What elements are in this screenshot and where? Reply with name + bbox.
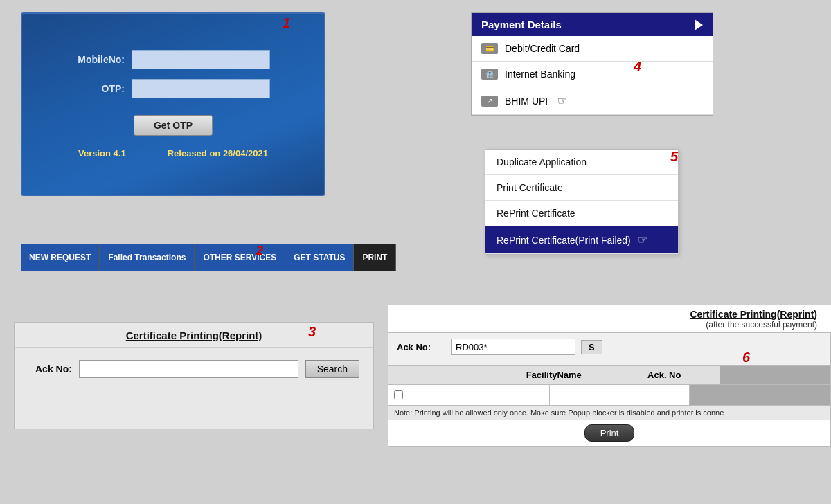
step-3-badge: 3 <box>308 324 316 340</box>
col-ack-no: Ack. No <box>609 366 720 384</box>
row-action <box>690 385 830 405</box>
payment-panel: Payment Details 💳 Debit/Credit Card 🏦 In… <box>471 12 713 116</box>
released-label: Released on 26/04/2021 <box>168 148 268 159</box>
cert-right-subtitle: (after the successful payment) <box>388 320 817 330</box>
payment-internet-banking[interactable]: 🏦 Internet Banking <box>472 62 713 87</box>
row-checkbox-input[interactable] <box>394 390 403 399</box>
mobile-input[interactable] <box>132 50 270 69</box>
internet-banking-icon: 🏦 <box>481 69 498 80</box>
cert-title: Certificate Printing(Reprint) <box>126 330 262 341</box>
dropdown-duplicate-app[interactable]: Duplicate Application <box>485 150 678 175</box>
cert-right-ack-label: Ack No: <box>397 342 445 352</box>
nav-bar: NEW REQUEST Failed Transactions OTHER SE… <box>21 244 325 271</box>
upi-icon: ↗ <box>481 96 498 107</box>
payment-debit-label: Debit/Credit Card <box>505 43 580 54</box>
cert-note: Note: Printing will be allowed only once… <box>388 406 831 420</box>
hand-cursor-icon: ☞ <box>557 94 567 107</box>
search-button[interactable]: Search <box>305 360 359 378</box>
step-2-badge: 2 <box>256 244 263 258</box>
nav-new-request[interactable]: NEW REQUEST <box>21 244 100 271</box>
login-panel: MobileNo: OTP: Get OTP Version 4.1 Relea… <box>21 12 325 196</box>
cert-right-title: Certificate Printing(Reprint) <box>388 309 817 320</box>
payment-bhim-label: BHIM UPI <box>505 96 548 107</box>
dropdown-menu: Duplicate Application Print Certificate … <box>485 149 679 255</box>
dropdown-print-cert[interactable]: Print Certificate <box>485 175 678 201</box>
col-action <box>720 366 831 384</box>
debit-card-icon: 💳 <box>481 43 498 54</box>
otp-label: OTP: <box>55 83 125 94</box>
step-5-badge: 5 <box>670 149 678 165</box>
nav-print[interactable]: PRINT <box>354 244 396 271</box>
otp-input[interactable] <box>132 79 270 98</box>
cert-right-panel: Certificate Printing(Reprint) (after the… <box>388 305 831 447</box>
version-label: Version 4.1 <box>78 148 126 159</box>
hand-cursor-icon-2: ☞ <box>638 234 647 246</box>
dropdown-reprint-cert-failed[interactable]: RePrint Certificate(Print Failed) ☞ <box>485 226 678 254</box>
cert-right-ack-input[interactable] <box>451 339 575 355</box>
row-facility <box>409 385 550 405</box>
nav-failed-transactions[interactable]: Failed Transactions <box>100 244 195 271</box>
mobile-label: MobileNo: <box>55 54 125 65</box>
payment-title: Payment Details <box>481 19 562 30</box>
nav-get-status[interactable]: GET STATUS <box>285 244 354 271</box>
dropdown-reprint-cert[interactable]: RePrint Certificate <box>485 201 678 226</box>
payment-debit-card[interactable]: 💳 Debit/Credit Card <box>472 36 713 62</box>
cert-reprint-panel: Certificate Printing(Reprint) Ack No: Se… <box>14 322 374 429</box>
col-facility-name: FacilityName <box>499 366 610 384</box>
table-row-1 <box>388 385 831 406</box>
cert-right-s-button[interactable]: S <box>581 340 602 354</box>
row-ack <box>550 385 690 405</box>
ack-input[interactable] <box>79 360 298 378</box>
payment-internet-label: Internet Banking <box>505 69 575 80</box>
step-1-badge: 1 <box>283 15 290 31</box>
ack-label: Ack No: <box>35 363 72 375</box>
payment-bhim-upi[interactable]: ↗ BHIM UPI ☞ <box>472 87 713 115</box>
step-6-badge: 6 <box>742 350 750 366</box>
get-otp-button[interactable]: Get OTP <box>134 115 213 136</box>
row-checkbox[interactable] <box>388 385 409 405</box>
nav-other-services[interactable]: OTHER SERVICES <box>195 244 285 271</box>
payment-arrow-icon <box>695 19 703 30</box>
cert-print-button[interactable]: Print <box>584 424 635 442</box>
step-4-badge: 4 <box>634 59 641 75</box>
